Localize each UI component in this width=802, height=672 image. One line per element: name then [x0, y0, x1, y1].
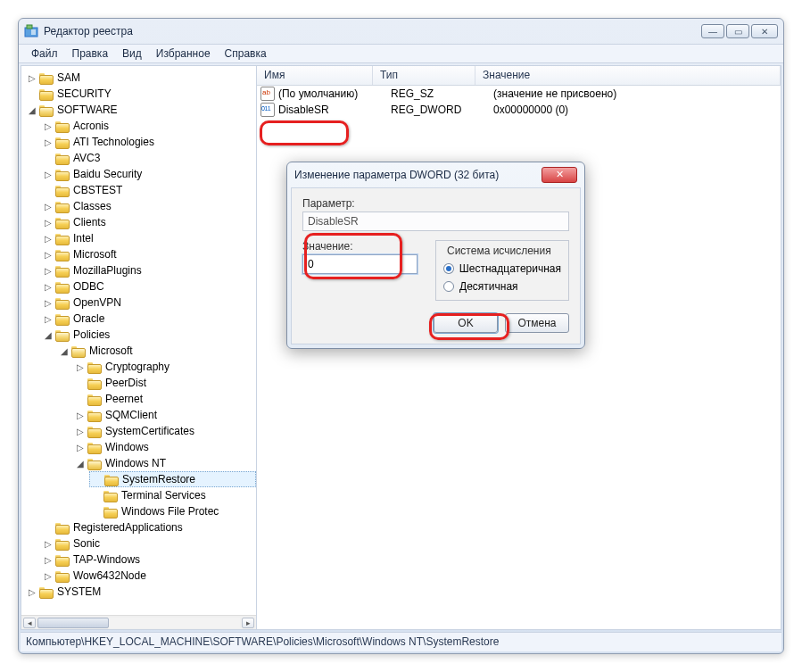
tree-node[interactable]: ◢Policies [41, 327, 256, 343]
tree-node[interactable]: PeerDist [73, 375, 256, 391]
menubar: Файл Правка Вид Избранное Справка [19, 44, 783, 63]
titlebar[interactable]: Редактор реестра — ▭ ✕ [19, 19, 783, 44]
tree-node[interactable]: ▷Microsoft [41, 246, 256, 262]
registry-tree: ▷SAM SECURITY ◢SOFTWARE ▷Acronis ▷ATI Te… [21, 70, 256, 600]
tree-node[interactable]: ▷Acronis [41, 118, 256, 134]
tree-node[interactable]: ▷Intel [41, 230, 256, 246]
statusbar: Компьютер\HKEY_LOCAL_MACHINE\SOFTWARE\Po… [21, 632, 781, 651]
tree-node[interactable]: ▷Windows [73, 439, 256, 455]
tree-node[interactable]: ◢Windows NT [73, 455, 256, 471]
registry-editor-window: Редактор реестра — ▭ ✕ Файл Правка Вид И… [18, 18, 784, 654]
app-icon [24, 24, 38, 38]
maximize-button[interactable]: ▭ [726, 24, 749, 38]
value-row-default[interactable]: (По умолчанию) REG_SZ (значение не присв… [257, 86, 781, 102]
regsz-icon [260, 87, 275, 101]
radio-dec-row[interactable]: Десятичная [443, 280, 561, 293]
tree-node[interactable]: ▷ATI Technologies [41, 134, 256, 150]
tree-node[interactable]: ▷SQMClient [73, 407, 256, 423]
radix-legend: Система исчисления [443, 245, 555, 257]
dialog-body: Параметр: DisableSR Значение: Система ис… [291, 187, 581, 344]
radix-fieldset: Система исчисления Шестнадцатеричная Дес… [435, 240, 569, 301]
tree-hscrollbar[interactable]: ◂ ▸ [21, 615, 256, 629]
scroll-left-icon[interactable]: ◂ [23, 618, 36, 628]
tree-node[interactable]: Windows File Protec [89, 503, 256, 519]
tree-node[interactable]: ▷SYSTEM [25, 584, 256, 600]
cell-type: REG_SZ [391, 87, 493, 100]
tree-node[interactable]: ▷ODBC [41, 278, 256, 295]
column-value[interactable]: Значение [475, 66, 781, 85]
cell-value: (значение не присвоено) [493, 87, 777, 100]
radio-dec-label: Десятичная [459, 280, 518, 293]
scroll-track[interactable] [37, 618, 240, 628]
cell-value: 0x00000000 (0) [493, 104, 777, 116]
tree-node[interactable]: RegisteredApplications [41, 519, 256, 535]
ok-button[interactable]: OK [434, 313, 498, 333]
value-row-disablesr[interactable]: DisableSR REG_DWORD 0x00000000 (0) [257, 102, 781, 118]
tree-node[interactable]: ◢SOFTWARE [25, 102, 256, 118]
radio-hex-label: Шестнадцатеричная [459, 262, 561, 275]
dialog-titlebar[interactable]: Изменение параметра DWORD (32 бита) ✕ [287, 162, 584, 187]
menu-edit[interactable]: Правка [65, 46, 116, 62]
value-label: Значение: [302, 240, 418, 253]
cancel-button[interactable]: Отмена [505, 313, 569, 333]
tree-node[interactable]: ▷Sonic [41, 535, 256, 552]
tree-node[interactable]: ▷OpenVPN [41, 295, 256, 311]
tree-node[interactable]: ▷Classes [41, 198, 256, 214]
tree-node-selected[interactable]: SystemRestore [89, 471, 256, 487]
tree-node[interactable]: ▷MozillaPlugins [41, 262, 256, 278]
tree-node[interactable]: ▷SAM [25, 70, 256, 86]
regdword-icon [260, 103, 275, 117]
list-header: Имя Тип Значение [257, 66, 781, 86]
dialog-close-button[interactable]: ✕ [542, 167, 577, 183]
menu-help[interactable]: Справка [218, 46, 274, 62]
statusbar-path: Компьютер\HKEY_LOCAL_MACHINE\SOFTWARE\Po… [26, 635, 499, 648]
tree-node[interactable]: Peernet [73, 391, 256, 407]
tree-node[interactable]: ▷Baidu Security [41, 166, 256, 182]
menu-favorites[interactable]: Избранное [149, 46, 218, 62]
close-button[interactable]: ✕ [751, 24, 778, 38]
radio-hex-row[interactable]: Шестнадцатеричная [443, 262, 561, 275]
svg-rect-1 [27, 25, 32, 29]
tree-label: SAM [57, 71, 80, 84]
cell-type: REG_DWORD [391, 104, 493, 116]
tree-pane[interactable]: ▷SAM SECURITY ◢SOFTWARE ▷Acronis ▷ATI Te… [21, 66, 257, 629]
tree-node[interactable]: ▷Oracle [41, 311, 256, 327]
svg-rect-2 [31, 29, 36, 35]
edit-dword-dialog: Изменение параметра DWORD (32 бита) ✕ Па… [286, 162, 585, 349]
tree-node[interactable]: AVC3 [41, 150, 256, 166]
cell-name: DisableSR [278, 104, 391, 116]
value-input[interactable] [302, 254, 418, 274]
scroll-right-icon[interactable]: ▸ [242, 618, 254, 628]
tree-node[interactable]: ▷Wow6432Node [41, 568, 256, 584]
tree-node[interactable]: ▷SystemCertificates [73, 423, 256, 439]
dialog-title: Изменение параметра DWORD (32 бита) [294, 169, 542, 181]
tree-node[interactable]: ▷TAP-Windows [41, 552, 256, 568]
tree-label: SOFTWARE [57, 104, 118, 116]
cell-name: (По умолчанию) [278, 87, 391, 100]
tree-node[interactable]: ◢Microsoft [57, 343, 256, 359]
tree-node[interactable]: ▷Cryptography [73, 359, 256, 375]
column-type[interactable]: Тип [373, 66, 475, 85]
tree-node[interactable]: Terminal Services [89, 487, 256, 503]
tree-node[interactable]: ▷Clients [41, 214, 256, 230]
minimize-button[interactable]: — [701, 24, 724, 38]
tree-node[interactable]: CBSTEST [41, 182, 256, 198]
menu-view[interactable]: Вид [115, 46, 149, 62]
tree-label: SECURITY [57, 87, 112, 100]
menu-file[interactable]: Файл [24, 46, 65, 62]
tree-node[interactable]: SECURITY [25, 86, 256, 102]
radio-hex[interactable] [443, 263, 454, 274]
window-title: Редактор реестра [44, 25, 701, 37]
param-name-field: DisableSR [302, 212, 569, 231]
param-label: Параметр: [302, 197, 569, 210]
column-name[interactable]: Имя [257, 66, 373, 85]
radio-dec[interactable] [443, 281, 454, 292]
scroll-thumb[interactable] [37, 618, 109, 628]
